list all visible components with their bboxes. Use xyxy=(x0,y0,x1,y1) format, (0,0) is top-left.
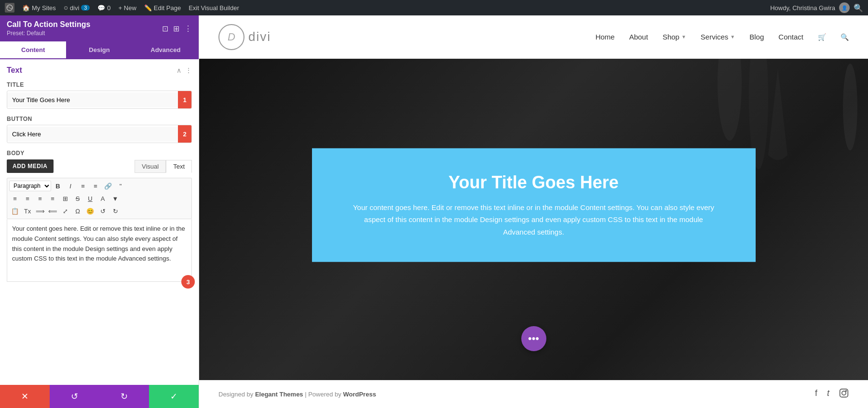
logo-circle: D xyxy=(218,24,244,50)
howdy-text: Howdy, Christina Gwira xyxy=(770,4,835,12)
svg-point-1 xyxy=(718,59,742,141)
table-button[interactable]: ⊞ xyxy=(59,193,71,204)
expand-icon[interactable]: ⊞ xyxy=(173,24,179,33)
title-input[interactable] xyxy=(7,92,178,107)
main-layout: Call To Action Settings Preset: Default … xyxy=(0,15,868,408)
fullscreen-button[interactable]: ⤢ xyxy=(59,205,71,217)
blockquote-button[interactable]: " xyxy=(115,180,126,192)
undo-button[interactable]: ↺ xyxy=(50,385,99,408)
twitter-icon[interactable]: t xyxy=(827,388,829,400)
cancel-button[interactable]: ✕ xyxy=(0,385,50,408)
panel-header: Call To Action Settings Preset: Default … xyxy=(0,15,199,41)
preview-area: D divi Home About Shop ▼ Services ▼ Blog… xyxy=(199,15,868,408)
button-input-wrap: 2 xyxy=(7,125,192,143)
preset-selector[interactable]: Preset: Default xyxy=(7,30,90,37)
more-formats-button[interactable]: ▼ xyxy=(109,193,121,204)
toolbar-row-3: 📋 Tx ⟹ ⟸ ⤢ Ω 😊 ↺ ↻ xyxy=(9,205,190,217)
logo-text: divi xyxy=(248,29,271,44)
admin-bar-left: 🏠 My Sites ⊙ divi 3 💬 0 + New ✏️ Edit Pa… xyxy=(5,3,239,13)
save-button[interactable]: ✓ xyxy=(149,385,199,408)
comments-item[interactable]: 💬 0 xyxy=(97,4,110,12)
underline-button[interactable]: U xyxy=(84,193,96,204)
emoji-button[interactable]: 😊 xyxy=(84,205,96,217)
align-left-button[interactable]: ≡ xyxy=(9,193,21,204)
panel-footer: ✕ ↺ ↻ ✓ xyxy=(0,385,199,408)
paste-text-button[interactable]: 📋 xyxy=(9,205,21,217)
update-counter: 3 xyxy=(81,5,90,11)
instagram-icon[interactable] xyxy=(839,388,849,400)
comment-icon: 💬 xyxy=(97,4,105,12)
menu-item-home[interactable]: Home xyxy=(596,33,615,41)
svg-point-5 xyxy=(842,391,846,395)
redo-editor-button[interactable]: ↻ xyxy=(109,205,121,217)
undo-editor-button[interactable]: ↺ xyxy=(97,205,108,217)
editor-tabs: Visual Text xyxy=(135,160,192,173)
site-logo: D divi xyxy=(218,24,271,50)
footer-text: Designed by Elegant Themes | Powered by … xyxy=(218,391,376,398)
admin-bar: 🏠 My Sites ⊙ divi 3 💬 0 + New ✏️ Edit Pa… xyxy=(0,0,868,15)
tab-advanced[interactable]: Advanced xyxy=(133,41,199,59)
bold-button[interactable]: B xyxy=(52,180,64,192)
special-char-button[interactable]: Ω xyxy=(72,205,83,217)
editor-toolbar: Paragraph B I ≡ ≡ 🔗 " ≡ ≡ ≡ ≡ xyxy=(7,178,192,219)
minimize-icon[interactable]: ⊡ xyxy=(162,24,168,33)
add-media-button[interactable]: ADD MEDIA xyxy=(7,159,54,173)
facebook-icon[interactable]: f xyxy=(815,388,817,400)
body-label: Body xyxy=(7,150,192,157)
panel-tabs: Content Design Advanced xyxy=(0,41,199,59)
redo-button[interactable]: ↻ xyxy=(99,385,149,408)
menu-item-shop[interactable]: Shop ▼ xyxy=(663,33,686,41)
toolbar-row-2: ≡ ≡ ≡ ≡ ⊞ S U A ▼ xyxy=(9,193,190,204)
my-sites-item[interactable]: 🏠 My Sites xyxy=(22,4,56,12)
cart-icon[interactable]: 🛒 xyxy=(818,33,826,41)
strikethrough-button[interactable]: S xyxy=(72,193,83,204)
indent-button[interactable]: ⟹ xyxy=(34,205,46,217)
button-label: Button xyxy=(7,116,192,122)
outdent-button[interactable]: ⟸ xyxy=(47,205,58,217)
collapse-icon[interactable]: ∧ xyxy=(176,66,181,74)
site-name-item[interactable]: ⊙ divi 3 xyxy=(64,4,90,12)
button-input[interactable] xyxy=(7,127,178,142)
edit-page-item[interactable]: ✏️ Edit Page xyxy=(144,4,181,12)
wp-logo-item[interactable] xyxy=(5,3,14,13)
fab-button[interactable]: ••• xyxy=(521,326,546,351)
ordered-list-button[interactable]: ≡ xyxy=(90,180,101,192)
logo-letter: D xyxy=(228,31,235,43)
new-content-item[interactable]: + New xyxy=(119,4,136,12)
search-nav-icon[interactable]: 🔍 xyxy=(841,33,849,41)
site-footer: Designed by Elegant Themes | Powered by … xyxy=(199,380,868,408)
wordpress-icon xyxy=(5,3,14,13)
menu-item-about[interactable]: About xyxy=(629,33,648,41)
unordered-list-button[interactable]: ≡ xyxy=(77,180,89,192)
editor-tab-visual[interactable]: Visual xyxy=(135,160,166,173)
svg-point-3 xyxy=(843,64,857,150)
editor-tab-text[interactable]: Text xyxy=(166,160,192,173)
text-section-header: Text ∧ ⋮ xyxy=(7,66,192,75)
button-badge: 2 xyxy=(178,125,191,143)
body-badge: 3 xyxy=(181,275,195,289)
paragraph-select[interactable]: Paragraph xyxy=(9,181,51,191)
menu-item-blog[interactable]: Blog xyxy=(749,33,764,41)
menu-item-contact[interactable]: Contact xyxy=(778,33,803,41)
tab-design[interactable]: Design xyxy=(66,41,132,59)
align-right-button[interactable]: ≡ xyxy=(34,193,46,204)
svg-point-6 xyxy=(846,391,847,392)
clear-format-button[interactable]: Tx xyxy=(22,205,33,217)
align-justify-button[interactable]: ≡ xyxy=(47,193,58,204)
align-center-button[interactable]: ≡ xyxy=(22,193,33,204)
text-color-button[interactable]: A xyxy=(97,193,108,204)
site-nav: D divi Home About Shop ▼ Services ▼ Blog… xyxy=(199,15,868,59)
menu-item-services[interactable]: Services ▼ xyxy=(701,33,735,41)
more-options-icon[interactable]: ⋮ xyxy=(184,24,192,33)
editor-content[interactable]: Your content goes here. Edit or remove t… xyxy=(7,219,192,282)
exit-visual-builder-item[interactable]: Exit Visual Builder xyxy=(189,4,239,12)
panel-content: Text ∧ ⋮ Title 1 Button 2 xyxy=(0,59,199,385)
section-controls: ∧ ⋮ xyxy=(176,66,192,74)
pencil-icon: ✏️ xyxy=(144,4,152,12)
link-button[interactable]: 🔗 xyxy=(102,180,114,192)
section-more-icon[interactable]: ⋮ xyxy=(185,66,192,74)
tab-content[interactable]: Content xyxy=(0,41,66,59)
user-avatar[interactable]: 👤 xyxy=(839,2,850,13)
search-icon[interactable]: 🔍 xyxy=(854,3,863,13)
italic-button[interactable]: I xyxy=(65,180,76,192)
